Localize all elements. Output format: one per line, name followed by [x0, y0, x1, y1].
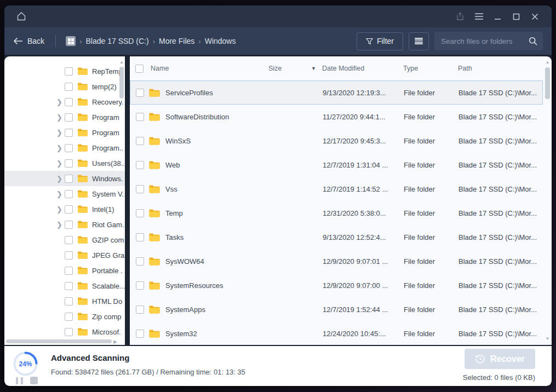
- search-input[interactable]: [441, 37, 529, 45]
- minimize-icon[interactable]: [488, 9, 507, 24]
- tree-item-checkbox[interactable]: [65, 328, 73, 336]
- tree-item-checkbox[interactable]: [65, 83, 73, 91]
- expand-chevron-icon[interactable]: ❯: [56, 160, 65, 167]
- table-row-serviceprofiles[interactable]: ServiceProfiles 9/13/2020 12:19:3... Fil…: [130, 80, 543, 105]
- table-row-softwaredistribution[interactable]: SoftwareDistribution 11/27/2020 9:44:1..…: [130, 105, 543, 129]
- table-vscroll-thumb[interactable]: [545, 67, 550, 99]
- breadcrumb-item-more-files[interactable]: More Files: [159, 37, 194, 45]
- breadcrumb-item-drive[interactable]: Blade 17 SSD (C:): [85, 37, 148, 45]
- table-row-syswow64[interactable]: SysWOW64 12/9/2020 9:07:01 ... File fold…: [130, 249, 543, 273]
- expand-chevron-icon[interactable]: ❯: [56, 145, 65, 152]
- tree-item-checkbox[interactable]: [65, 129, 73, 137]
- tree-item-scalable[interactable]: ❯ Scalable...: [4, 278, 125, 293]
- expand-chevron-icon[interactable]: ❯: [56, 221, 65, 228]
- table-vscroll-track[interactable]: [544, 65, 551, 336]
- share-icon[interactable]: [451, 9, 469, 24]
- row-checkbox[interactable]: [136, 305, 144, 314]
- row-checkbox[interactable]: [136, 281, 144, 290]
- row-checkbox[interactable]: [136, 233, 144, 241]
- tree-item-checkbox[interactable]: [65, 113, 73, 122]
- scroll-down-icon[interactable]: ▼: [546, 336, 550, 342]
- tree-item-checkbox[interactable]: [65, 236, 73, 244]
- sort-arrow-icon[interactable]: ▼: [311, 66, 322, 71]
- menu-icon[interactable]: [469, 9, 488, 24]
- expand-chevron-icon[interactable]: ❯: [56, 99, 65, 106]
- tree-item-checkbox[interactable]: [65, 282, 73, 290]
- maximize-icon[interactable]: [507, 9, 525, 24]
- close-icon[interactable]: [525, 9, 544, 24]
- tree-item-intel-1[interactable]: ❯ Intel(1): [4, 201, 125, 217]
- scroll-right-icon[interactable]: ▶: [113, 339, 117, 344]
- tree-item-recovery[interactable]: ❯ Recovery.: [4, 94, 125, 109]
- row-checkbox[interactable]: [136, 161, 144, 169]
- tree-item-checkbox[interactable]: [65, 190, 73, 198]
- view-options-button[interactable]: [409, 32, 429, 50]
- tree-item-checkbox[interactable]: [65, 98, 73, 106]
- row-checkbox[interactable]: [136, 330, 144, 338]
- filter-button[interactable]: Filter: [357, 32, 403, 50]
- column-header-date-modified[interactable]: Date Modified: [322, 65, 403, 72]
- table-row-temp[interactable]: Temp 12/31/2020 5:38:0... File folder Bl…: [130, 201, 543, 225]
- tree-item-users-38[interactable]: ❯ Users(38..: [4, 155, 125, 171]
- tree-item-checkbox[interactable]: [65, 297, 73, 305]
- sidebar-horizontal-scrollbar[interactable]: ▶: [6, 339, 117, 344]
- tree-item-zip-comp[interactable]: ❯ Zip comp: [4, 309, 125, 324]
- expand-chevron-icon[interactable]: ❯: [56, 206, 65, 213]
- table-row-tasks[interactable]: Tasks 9/13/2020 12:52:4... File folder B…: [130, 225, 543, 249]
- tree-item-temp-2[interactable]: ❯ temp(2): [4, 79, 125, 94]
- tree-item-checkbox[interactable]: [65, 67, 73, 76]
- row-checkbox[interactable]: [136, 89, 144, 97]
- tree-item-program[interactable]: ❯ Program: [4, 125, 125, 140]
- tree-item-html-do[interactable]: ❯ HTML Do: [4, 293, 125, 309]
- scroll-up-icon[interactable]: ▲: [119, 60, 124, 65]
- tree-item-program[interactable]: ❯ Program..: [4, 140, 125, 155]
- column-header-size[interactable]: Size: [268, 65, 311, 72]
- tree-item-gzip-com[interactable]: ❯ GZIP com: [4, 232, 125, 247]
- column-header-path[interactable]: Path: [458, 65, 543, 72]
- home-icon[interactable]: [12, 9, 31, 24]
- expand-chevron-icon[interactable]: ❯: [56, 191, 65, 198]
- sidebar-vscroll-thumb[interactable]: [119, 67, 124, 99]
- expand-chevron-icon[interactable]: ❯: [56, 129, 65, 136]
- tree-item-checkbox[interactable]: [65, 251, 73, 260]
- tree-item-checkbox[interactable]: [65, 221, 73, 229]
- tree-item-checkbox[interactable]: [65, 267, 73, 275]
- tree-item-jpeg-gra[interactable]: ❯ JPEG Gra.: [4, 247, 125, 263]
- row-checkbox[interactable]: [136, 113, 144, 121]
- table-row-web[interactable]: Web 12/7/2019 1:31:04 ... File folder Bl…: [130, 153, 543, 177]
- tree-item-system-v[interactable]: ❯ System V.: [4, 186, 125, 201]
- tree-item-riot-gam[interactable]: ❯ Riot Gam.: [4, 217, 125, 232]
- row-checkbox[interactable]: [136, 137, 144, 145]
- table-row-systemapps[interactable]: SystemApps 12/7/2019 1:52:44 ... File fo…: [130, 297, 543, 321]
- table-row-systemresources[interactable]: SystemResources 12/9/2020 9:07:00 ... Fi…: [130, 273, 543, 297]
- search-icon[interactable]: [529, 37, 537, 45]
- table-row-vss[interactable]: Vss 12/7/2019 1:14:52 ... File folder Bl…: [130, 177, 543, 201]
- scroll-up-icon[interactable]: ▲: [546, 60, 550, 65]
- table-row-system32[interactable]: System32 12/24/2020 10:45:... File folde…: [130, 321, 543, 345]
- expand-chevron-icon[interactable]: ❯: [56, 114, 65, 121]
- tree-item-windows[interactable]: ❯ Windows.: [4, 171, 125, 186]
- column-header-type[interactable]: Type: [403, 65, 458, 72]
- tree-item-portable[interactable]: ❯ Portable .: [4, 263, 125, 278]
- tree-item-checkbox[interactable]: [65, 205, 73, 214]
- tree-item-checkbox[interactable]: [65, 175, 73, 183]
- sidebar-vertical-scrollbar[interactable]: ▲: [119, 60, 124, 336]
- stop-scan-icon[interactable]: [30, 377, 38, 384]
- expand-chevron-icon[interactable]: ❯: [56, 175, 65, 182]
- row-checkbox[interactable]: [136, 185, 144, 193]
- tree-item-reptemp[interactable]: ❯ RepTemp: [4, 64, 125, 79]
- table-row-winsxs[interactable]: WinSxS 12/17/2020 9:45:3... File folder …: [130, 129, 543, 153]
- table-vertical-scrollbar[interactable]: ▲ ▼: [544, 60, 551, 342]
- tree-item-checkbox[interactable]: [65, 313, 73, 321]
- tree-item-checkbox[interactable]: [65, 159, 73, 168]
- sidebar-hscroll-thumb[interactable]: [6, 339, 112, 343]
- row-checkbox[interactable]: [136, 257, 144, 266]
- pause-scan-icon[interactable]: [16, 377, 23, 384]
- select-all-checkbox[interactable]: [135, 65, 144, 73]
- column-header-name[interactable]: Name: [151, 65, 268, 72]
- tree-item-program[interactable]: ❯ Program: [4, 109, 125, 125]
- tree-item-checkbox[interactable]: [65, 144, 73, 152]
- recover-button[interactable]: Recover: [465, 349, 535, 369]
- row-checkbox[interactable]: [136, 209, 144, 217]
- tree-item-microsof[interactable]: ❯ Microsof.: [4, 324, 125, 339]
